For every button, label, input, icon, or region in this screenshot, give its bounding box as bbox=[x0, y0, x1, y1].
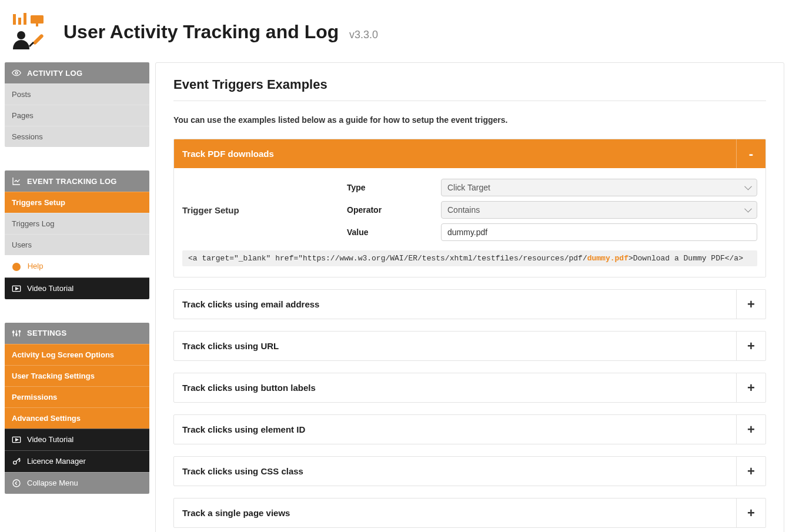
sidebar-group-settings: SETTINGS Activity Log Screen Options Use… bbox=[5, 323, 149, 494]
accordion-title: Track clicks using email address bbox=[174, 290, 736, 319]
svg-marker-7 bbox=[29, 42, 34, 47]
example-track-clicks-url: Track clicks using URL + bbox=[173, 331, 766, 361]
accordion-header[interactable]: Track clicks using CSS class + bbox=[174, 457, 765, 486]
svg-rect-0 bbox=[13, 14, 16, 25]
sidebar-item-label: Collapse Menu bbox=[27, 479, 78, 487]
accordion-title: Track a single page views bbox=[174, 498, 736, 527]
sidebar-item-label: Users bbox=[12, 240, 32, 249]
operator-label: Operator bbox=[347, 205, 441, 215]
arrow-left-circle-icon bbox=[12, 479, 21, 488]
accordion-toggle-expand[interactable]: + bbox=[736, 498, 765, 527]
sidebar-item-label: Posts bbox=[12, 90, 31, 99]
sidebar-group-activity-log: ACTIVITY LOG Posts Pages Sessions bbox=[5, 62, 149, 147]
app-header: User Activity Tracking and Log v3.3.0 bbox=[0, 0, 789, 62]
sidebar-header-settings[interactable]: SETTINGS bbox=[5, 323, 149, 344]
trigger-setup-label: Trigger Setup bbox=[182, 205, 329, 215]
type-select[interactable]: Click Target bbox=[441, 179, 757, 196]
accordion-title: Track clicks using element ID bbox=[174, 415, 736, 444]
svg-point-8 bbox=[15, 72, 18, 74]
svg-marker-10 bbox=[16, 287, 18, 290]
sidebar-header-label: ACTIVITY LOG bbox=[27, 69, 82, 78]
key-icon bbox=[12, 457, 21, 466]
sliders-icon bbox=[12, 329, 21, 338]
value-label: Value bbox=[347, 227, 441, 237]
accordion-toggle-expand[interactable]: + bbox=[736, 332, 765, 360]
example-track-clicks-button-labels: Track clicks using button labels + bbox=[173, 373, 766, 403]
accordion-toggle-expand[interactable]: + bbox=[736, 457, 765, 486]
chart-line-icon bbox=[12, 176, 21, 186]
svg-point-12 bbox=[12, 331, 14, 333]
sidebar-item-label: Video Tutorial bbox=[27, 435, 73, 444]
sidebar-item-label: Activity Log Screen Options bbox=[12, 350, 114, 359]
value-input[interactable] bbox=[441, 223, 757, 241]
sidebar-item-advanced-settings[interactable]: Advanced Settings bbox=[5, 407, 149, 429]
svg-rect-1 bbox=[18, 18, 21, 25]
main-panel: Event Triggers Examples You can use the … bbox=[155, 62, 784, 532]
accordion-toggle-expand[interactable]: + bbox=[736, 415, 765, 444]
sidebar-item-user-tracking-settings[interactable]: User Tracking Settings bbox=[5, 365, 149, 386]
svg-rect-6 bbox=[32, 34, 44, 45]
code-example: <a target="_blank" href="https://www.w3.… bbox=[182, 250, 757, 266]
sidebar-item-video-tutorial[interactable]: Video Tutorial bbox=[5, 277, 149, 299]
svg-point-19 bbox=[14, 461, 16, 464]
svg-rect-4 bbox=[36, 24, 38, 26]
sidebar-item-label: Triggers Setup bbox=[12, 198, 65, 207]
code-suffix: >Download a Dummy PDF</a> bbox=[628, 254, 743, 263]
svg-marker-18 bbox=[16, 439, 18, 441]
sidebar-header-label: SETTINGS bbox=[27, 329, 66, 337]
sidebar-item-label: Video Tutorial bbox=[27, 284, 73, 293]
accordion-title: Track clicks using URL bbox=[174, 332, 736, 360]
accordion-toggle-expand[interactable]: + bbox=[736, 290, 765, 319]
sidebar-item-label: Sessions bbox=[12, 132, 43, 141]
sidebar-item-activity-log-screen-options[interactable]: Activity Log Screen Options bbox=[5, 344, 149, 365]
sidebar-item-posts[interactable]: Posts bbox=[5, 83, 149, 105]
video-icon bbox=[12, 284, 21, 293]
accordion-header[interactable]: Track clicks using button labels + bbox=[174, 373, 765, 402]
sidebar-item-collapse-menu[interactable]: Collapse Menu bbox=[5, 472, 149, 494]
sidebar-item-label: Help bbox=[28, 262, 44, 270]
accordion-title: Track clicks using button labels bbox=[174, 373, 736, 402]
sidebar-item-help[interactable]: ? Help bbox=[5, 255, 149, 277]
svg-point-5 bbox=[17, 31, 25, 39]
sidebar-item-pages[interactable]: Pages bbox=[5, 105, 149, 126]
help-icon: ? bbox=[12, 263, 21, 271]
accordion-header[interactable]: Track clicks using URL + bbox=[174, 332, 765, 360]
sidebar-item-label: Licence Manager bbox=[27, 457, 86, 466]
code-prefix: <a target="_blank" href="https://www.w3.… bbox=[188, 254, 587, 263]
sidebar-item-users[interactable]: Users bbox=[5, 234, 149, 255]
sidebar-item-triggers-log[interactable]: Triggers Log bbox=[5, 213, 149, 234]
accordion-title: Track clicks using CSS class bbox=[174, 457, 736, 486]
app-title: User Activity Tracking and Log v3.3.0 bbox=[63, 21, 378, 43]
app-version: v3.3.0 bbox=[349, 29, 378, 41]
sidebar-item-label: Permissions bbox=[12, 393, 57, 401]
accordion-header[interactable]: Track PDF downloads - bbox=[174, 139, 765, 168]
svg-rect-2 bbox=[24, 13, 26, 25]
app-title-text: User Activity Tracking and Log bbox=[63, 21, 339, 42]
sidebar-item-licence-manager[interactable]: Licence Manager bbox=[5, 450, 149, 472]
svg-rect-3 bbox=[31, 15, 44, 24]
svg-point-16 bbox=[19, 330, 21, 332]
accordion-toggle-collapse[interactable]: - bbox=[736, 139, 765, 168]
sidebar-item-triggers-setup[interactable]: Triggers Setup bbox=[5, 192, 149, 213]
intro-text: You can use the examples listed below as… bbox=[173, 115, 766, 125]
sidebar-header-event-tracking[interactable]: EVENT TRACKING LOG bbox=[5, 170, 149, 192]
sidebar-item-video-tutorial-settings[interactable]: Video Tutorial bbox=[5, 429, 149, 450]
operator-select[interactable]: Contains bbox=[441, 201, 757, 219]
example-track-clicks-email: Track clicks using email address + bbox=[173, 289, 766, 319]
accordion-header[interactable]: Track clicks using email address + bbox=[174, 290, 765, 319]
accordion-title: Track PDF downloads bbox=[174, 139, 736, 168]
page-title: Event Triggers Examples bbox=[173, 77, 766, 101]
accordion-toggle-expand[interactable]: + bbox=[736, 373, 765, 402]
sidebar-item-sessions[interactable]: Sessions bbox=[5, 126, 149, 147]
example-track-single-page-views: Track a single page views + bbox=[173, 498, 766, 528]
accordion-header[interactable]: Track a single page views + bbox=[174, 498, 765, 527]
example-track-clicks-css-class: Track clicks using CSS class + bbox=[173, 456, 766, 486]
video-icon bbox=[12, 435, 21, 444]
example-track-clicks-element-id: Track clicks using element ID + bbox=[173, 414, 766, 444]
sidebar-header-activity-log[interactable]: ACTIVITY LOG bbox=[5, 62, 149, 83]
sidebar-item-label: User Tracking Settings bbox=[12, 372, 95, 380]
sidebar-item-permissions[interactable]: Permissions bbox=[5, 386, 149, 407]
svg-point-14 bbox=[16, 333, 18, 335]
accordion-header[interactable]: Track clicks using element ID + bbox=[174, 415, 765, 444]
sidebar-header-label: EVENT TRACKING LOG bbox=[27, 177, 117, 186]
